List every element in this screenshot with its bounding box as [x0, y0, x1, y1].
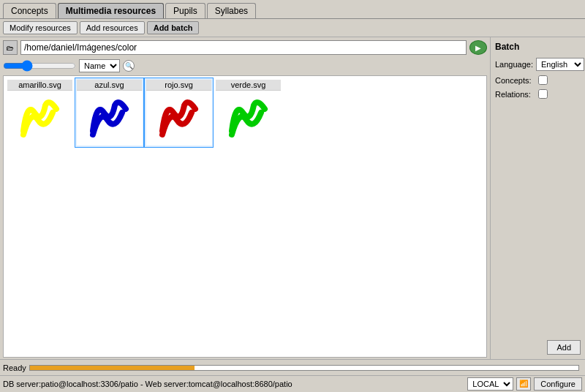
sort-select[interactable]: Name Date Size	[79, 59, 120, 72]
add-button[interactable]: Add	[547, 340, 581, 355]
file-item-rojo[interactable]: rojo.svg	[144, 78, 214, 148]
file-item-amarillo[interactable]: amarillo.svg	[5, 78, 75, 148]
file-thumb-azul	[77, 91, 143, 146]
batch-concepts-label: Concepts:	[495, 76, 535, 85]
batch-title: Batch	[495, 42, 581, 52]
batch-relations-row: Relations:	[495, 89, 581, 99]
status-text: Ready	[3, 363, 26, 372]
file-item-azul[interactable]: azul.svg	[75, 78, 144, 148]
locale-select[interactable]: LOCAL	[467, 377, 513, 391]
status-progress-fill	[30, 366, 195, 370]
path-bar: 🗁 ▶	[0, 37, 490, 58]
status-bar: Ready	[0, 359, 585, 375]
db-info-text: DB server:patio@localhost:3306/patio - W…	[3, 380, 292, 388]
bottom-right: LOCAL 📶 Configure	[467, 377, 582, 391]
tab-concepts[interactable]: Concepts	[3, 3, 56, 18]
tab-pupils[interactable]: Pupils	[165, 3, 205, 18]
path-go-button[interactable]: ▶	[469, 40, 487, 55]
path-input[interactable]	[20, 40, 467, 55]
file-name-verde: verde.svg	[216, 80, 281, 91]
file-name-amarillo: amarillo.svg	[7, 80, 72, 91]
squiggle-green-svg	[224, 94, 272, 142]
squiggle-yellow-svg	[16, 94, 64, 142]
batch-relations-checkbox[interactable]	[538, 89, 548, 99]
add-batch-button[interactable]: Add batch	[147, 21, 200, 34]
configure-button[interactable]: Configure	[534, 377, 582, 391]
sort-bar: Name Date Size 🔍	[0, 58, 490, 74]
file-thumb-verde	[216, 91, 282, 146]
path-folder-icon[interactable]: 🗁	[3, 40, 18, 55]
batch-language-row: Language: English Spanish French	[495, 58, 581, 71]
file-name-azul: azul.svg	[77, 80, 142, 91]
batch-language-label: Language:	[495, 60, 533, 69]
size-slider[interactable]	[3, 60, 76, 72]
bottom-bar: DB server:patio@localhost:3306/patio - W…	[0, 375, 585, 391]
modify-resources-button[interactable]: Modify resources	[3, 21, 78, 34]
file-grid-inner: amarillo.svg azul.svg	[4, 76, 486, 149]
batch-concepts-checkbox[interactable]	[538, 75, 548, 85]
tab-multimedia[interactable]: Multimedia resources	[58, 3, 164, 18]
main-layout: 🗁 ▶ Name Date Size 🔍 amarillo.svg	[0, 37, 585, 359]
add-resources-button[interactable]: Add resources	[80, 21, 145, 34]
search-icon[interactable]: 🔍	[123, 60, 135, 72]
batch-language-select[interactable]: English Spanish French	[536, 58, 584, 71]
file-item-verde[interactable]: verde.svg	[214, 78, 283, 148]
file-thumb-rojo	[146, 91, 212, 146]
batch-relations-label: Relations:	[495, 90, 535, 99]
file-grid: amarillo.svg azul.svg	[3, 75, 487, 358]
batch-panel: Batch Language: English Spanish French C…	[490, 37, 585, 359]
file-name-rojo: rojo.svg	[146, 80, 211, 91]
status-progress-bar	[29, 365, 579, 371]
squiggle-red-svg	[155, 94, 203, 142]
tab-syllabes[interactable]: Syllabes	[207, 3, 256, 18]
file-thumb-amarillo	[7, 91, 73, 146]
batch-concepts-row: Concepts:	[495, 75, 581, 85]
squiggle-blue-svg	[86, 94, 133, 142]
left-panel: 🗁 ▶ Name Date Size 🔍 amarillo.svg	[0, 37, 490, 359]
top-tabs-bar: Concepts Multimedia resources Pupils Syl…	[0, 0, 585, 19]
toolbar: Modify resources Add resources Add batch	[0, 19, 585, 37]
signal-icon[interactable]: 📶	[516, 377, 531, 391]
